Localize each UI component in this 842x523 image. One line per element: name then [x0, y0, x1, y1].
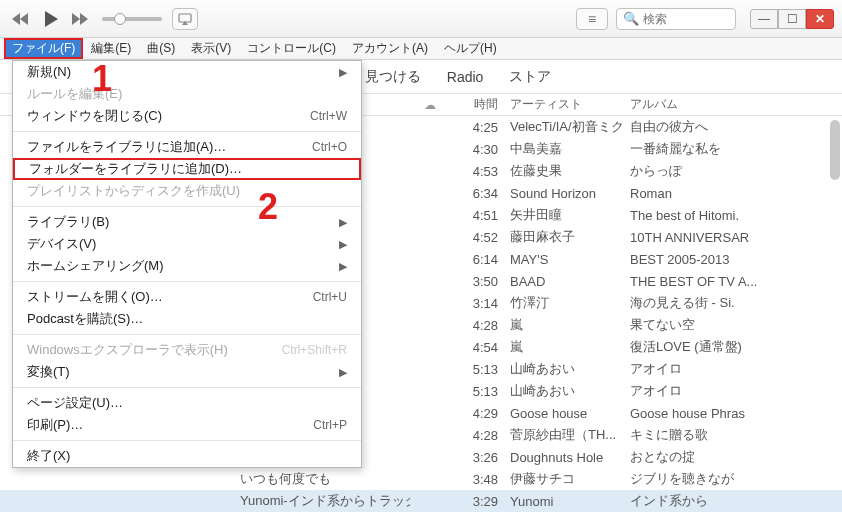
song-album: 復活LOVE (通常盤)	[626, 338, 842, 356]
col-album[interactable]: アルバム	[626, 96, 842, 113]
menu-item[interactable]: ページ設定(U)…	[13, 392, 361, 414]
volume-knob[interactable]	[114, 13, 126, 25]
song-time: 4:28	[450, 428, 506, 443]
song-time: 3:26	[450, 450, 506, 465]
tab-browse[interactable]: 見つける	[365, 68, 421, 86]
song-name: Yunomi-インド系からトラックメイカ	[0, 492, 410, 510]
menu-item-label: プレイリストからディスクを作成(U)	[27, 182, 240, 200]
song-album: BEST 2005-2013	[626, 252, 842, 267]
menu-item-label: 終了(X)	[27, 447, 70, 465]
menu-item-label: 変換(T)	[27, 363, 70, 381]
song-artist: 嵐	[506, 338, 626, 356]
menu-item[interactable]: ストリームを開く(O)…Ctrl+U	[13, 286, 361, 308]
song-album: 一番綺麗な私を	[626, 140, 842, 158]
view-list-button[interactable]: ≡	[576, 8, 608, 30]
menu-item-label: ウィンドウを閉じる(C)	[27, 107, 162, 125]
playback-controls	[8, 6, 94, 32]
maximize-button[interactable]: ☐	[778, 9, 806, 29]
menu-item-label: デバイス(V)	[27, 235, 96, 253]
menu-separator	[13, 206, 361, 207]
annotation-2: 2	[258, 186, 278, 228]
title-bar: ≡ 🔍 — ☐ ✕	[0, 0, 842, 38]
minimize-button[interactable]: —	[750, 9, 778, 29]
menu-item: プレイリストからディスクを作成(U)	[13, 180, 361, 202]
song-time: 5:13	[450, 384, 506, 399]
volume-slider[interactable]	[102, 17, 162, 21]
menu-song[interactable]: 曲(S)	[139, 38, 183, 59]
menu-item[interactable]: 新規(N)▶	[13, 61, 361, 83]
annotation-1: 1	[92, 58, 112, 100]
song-artist: Goose house	[506, 406, 626, 421]
next-button[interactable]	[68, 6, 94, 32]
airplay-button[interactable]	[172, 8, 198, 30]
menu-item[interactable]: Podcastを購読(S)…	[13, 308, 361, 330]
menu-item[interactable]: 変換(T)▶	[13, 361, 361, 383]
prev-button[interactable]	[8, 6, 34, 32]
play-button[interactable]	[38, 6, 64, 32]
menu-item-label: Windowsエクスプローラで表示(H)	[27, 341, 228, 359]
menu-item-label: ストリームを開く(O)…	[27, 288, 163, 306]
song-time: 4:29	[450, 406, 506, 421]
menu-item[interactable]: ライブラリ(B)▶	[13, 211, 361, 233]
col-artist[interactable]: アーティスト	[506, 96, 626, 113]
song-album: Goose house Phras	[626, 406, 842, 421]
tab-radio[interactable]: Radio	[447, 69, 484, 85]
cloud-column-icon[interactable]: ☁	[410, 98, 450, 112]
song-time: 3:14	[450, 296, 506, 311]
col-time[interactable]: 時間	[450, 96, 506, 113]
menu-separator	[13, 281, 361, 282]
submenu-arrow-icon: ▶	[339, 216, 347, 229]
song-artist: 竹澤汀	[506, 294, 626, 312]
song-time: 4:25	[450, 120, 506, 135]
menu-help[interactable]: ヘルプ(H)	[436, 38, 505, 59]
menu-file[interactable]: ファイル(F)	[4, 38, 83, 59]
menu-item[interactable]: デバイス(V)▶	[13, 233, 361, 255]
song-row[interactable]: Yunomi-インド系からトラックメイカ3:29Yunomiインド系から	[0, 490, 842, 512]
song-artist: 嵐	[506, 316, 626, 334]
menu-shortcut: Ctrl+W	[310, 109, 347, 123]
search-box[interactable]: 🔍	[616, 8, 736, 30]
menu-shortcut: Ctrl+O	[312, 140, 347, 154]
menu-item[interactable]: フォルダーをライブラリに追加(D)…	[13, 158, 361, 180]
menu-account[interactable]: アカウント(A)	[344, 38, 436, 59]
menu-item[interactable]: 印刷(P)…Ctrl+P	[13, 414, 361, 436]
song-album: 自由の彼方へ	[626, 118, 842, 136]
menu-control[interactable]: コントロール(C)	[239, 38, 344, 59]
menu-separator	[13, 334, 361, 335]
song-album: アオイロ	[626, 360, 842, 378]
song-album: アオイロ	[626, 382, 842, 400]
song-artist: 菅原紗由理（TH...	[506, 426, 626, 444]
menu-separator	[13, 131, 361, 132]
menu-item[interactable]: ウィンドウを閉じる(C)Ctrl+W	[13, 105, 361, 127]
submenu-arrow-icon: ▶	[339, 238, 347, 251]
menu-item-label: 印刷(P)…	[27, 416, 83, 434]
scrollbar-thumb[interactable]	[830, 120, 840, 180]
song-artist: 藤田麻衣子	[506, 228, 626, 246]
menu-item-label: ホームシェアリング(M)	[27, 257, 164, 275]
menu-view[interactable]: 表示(V)	[183, 38, 239, 59]
song-time: 4:30	[450, 142, 506, 157]
menu-edit[interactable]: 編集(E)	[83, 38, 139, 59]
volume-control[interactable]	[102, 17, 162, 21]
song-time: 3:50	[450, 274, 506, 289]
menu-shortcut: Ctrl+Shift+R	[282, 343, 347, 357]
menu-item: Windowsエクスプローラで表示(H)Ctrl+Shift+R	[13, 339, 361, 361]
song-artist: 山崎あおい	[506, 360, 626, 378]
menu-item[interactable]: 終了(X)	[13, 445, 361, 467]
menu-item-label: フォルダーをライブラリに追加(D)…	[29, 160, 242, 178]
song-row[interactable]: いつも何度でも3:48伊藤サチコジブリを聴きなが	[0, 468, 842, 490]
song-time: 4:52	[450, 230, 506, 245]
song-album: 果てない空	[626, 316, 842, 334]
tab-store[interactable]: ストア	[509, 68, 551, 86]
submenu-arrow-icon: ▶	[339, 260, 347, 273]
menu-item[interactable]: ファイルをライブラリに追加(A)…Ctrl+O	[13, 136, 361, 158]
song-artist: Yunomi	[506, 494, 626, 509]
close-button[interactable]: ✕	[806, 9, 834, 29]
song-artist: 矢井田瞳	[506, 206, 626, 224]
song-artist: 中島美嘉	[506, 140, 626, 158]
menu-item-label: Podcastを購読(S)…	[27, 310, 143, 328]
search-input[interactable]	[643, 12, 723, 26]
menu-item[interactable]: ホームシェアリング(M)▶	[13, 255, 361, 277]
song-album: キミに贈る歌	[626, 426, 842, 444]
svg-rect-0	[179, 14, 191, 22]
